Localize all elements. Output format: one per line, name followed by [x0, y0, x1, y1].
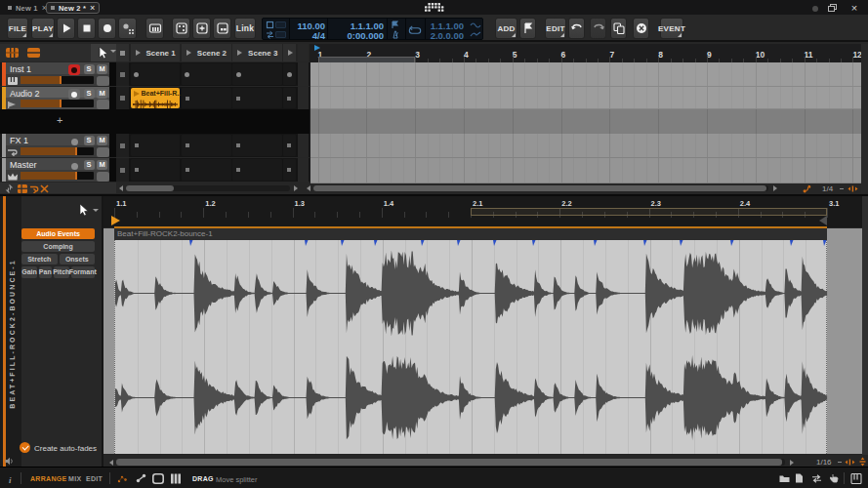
clip-slot[interactable]: [232, 63, 282, 85]
track-stop-button[interactable]: [120, 143, 125, 148]
editor-scroll-right-icon[interactable]: [790, 460, 794, 466]
mute-button[interactable]: M: [97, 89, 107, 99]
pointer-flag-icon[interactable]: [519, 18, 536, 39]
window-restore-button[interactable]: [828, 4, 837, 12]
track-menu-button[interactable]: [97, 172, 109, 182]
clip-stop-button[interactable]: [186, 97, 189, 101]
arranger-scroll-right-icon[interactable]: [773, 185, 777, 191]
clip-stop-button[interactable]: [236, 97, 240, 101]
solo-button[interactable]: S: [84, 64, 95, 74]
track-menu-button[interactable]: [97, 76, 109, 86]
loop-length-value[interactable]: 2.0.0.00: [425, 30, 464, 41]
link-cursor-icon[interactable]: [136, 473, 146, 483]
window-close-button[interactable]: ×: [848, 2, 860, 14]
waveform-display[interactable]: [115, 240, 828, 455]
volume-fader[interactable]: [21, 172, 94, 180]
solo-button[interactable]: S: [84, 89, 95, 99]
stop-all-clips-button[interactable]: [120, 51, 125, 56]
editor-tab-gain[interactable]: Gain: [21, 266, 37, 278]
scene-1[interactable]: Scene 1: [131, 44, 181, 61]
clip-stop-button[interactable]: [135, 143, 139, 147]
audio-event-body[interactable]: [114, 240, 827, 455]
mute-button[interactable]: M: [97, 136, 107, 145]
overdub-icon[interactable]: [118, 18, 137, 39]
browser-folder-icon[interactable]: [779, 474, 790, 483]
frame-icon[interactable]: [152, 473, 164, 484]
clip-play-icon[interactable]: [134, 91, 140, 97]
track-menu-button[interactable]: [97, 100, 109, 109]
arranger-lane-fx1[interactable]: [310, 134, 861, 158]
clip-stop-button[interactable]: [287, 168, 291, 172]
volume-fader-handle[interactable]: [60, 100, 62, 107]
clip-slot[interactable]: [232, 88, 282, 108]
metronome-icon[interactable]: [391, 30, 400, 39]
file-icon[interactable]: [795, 473, 804, 483]
record-button[interactable]: [98, 18, 116, 39]
editor-pointer-tool-icon[interactable]: [78, 203, 90, 217]
editor-scroll-left-icon[interactable]: [109, 460, 113, 466]
track-row-fx1[interactable]: FX 1SM: [0, 134, 116, 157]
launcher-view-toggle-icon[interactable]: [6, 48, 19, 58]
record-arm-button[interactable]: [71, 163, 78, 170]
clip-slot-partial[interactable]: [283, 63, 296, 85]
clip-slot[interactable]: [232, 159, 282, 181]
volume-fader-handle[interactable]: [60, 76, 62, 84]
arranger-lane-master[interactable]: [310, 158, 861, 183]
scene-options-icon[interactable]: [299, 49, 308, 57]
clip-slot[interactable]: [182, 63, 231, 85]
clip-stop-button[interactable]: [287, 97, 291, 101]
volume-fader[interactable]: [21, 147, 94, 155]
zoom-minus-icon[interactable]: [838, 462, 842, 463]
h-zoom-icon[interactable]: [847, 184, 858, 193]
project-tab-new1[interactable]: New 1 ×: [4, 2, 51, 14]
record-arm-button[interactable]: [71, 139, 78, 145]
tab-close-icon[interactable]: ×: [90, 4, 95, 12]
launcher-scroll-left-icon[interactable]: [119, 185, 123, 191]
piano-panel-icon[interactable]: [850, 473, 862, 484]
follow-playhead-icon[interactable]: [803, 184, 813, 193]
editor-tool-dropdown-icon[interactable]: [93, 209, 99, 212]
redo-icon[interactable]: [590, 18, 606, 39]
clip-stop-button[interactable]: [236, 143, 240, 147]
editor-zoom-grid-value[interactable]: 1/16: [816, 458, 832, 467]
scene-play-icon[interactable]: [288, 50, 293, 56]
clip-stop-button[interactable]: [236, 168, 240, 172]
track-stop-button[interactable]: [120, 96, 125, 101]
scene-4-partial[interactable]: [283, 44, 296, 61]
editor-tab-comping[interactable]: Comping: [21, 241, 95, 253]
v-zoom-icon[interactable]: [858, 457, 867, 467]
clip-stop-button[interactable]: [186, 168, 189, 172]
solo-button[interactable]: S: [84, 136, 95, 145]
scene-play-icon[interactable]: [186, 50, 191, 56]
close-panel-icon[interactable]: [40, 184, 49, 193]
track-name[interactable]: Master: [10, 160, 37, 170]
track-name[interactable]: FX 1: [10, 136, 28, 145]
arranger-lane-audio2[interactable]: [310, 87, 861, 110]
shuffle-icon[interactable]: [266, 30, 274, 39]
clip-stop-button[interactable]: [135, 168, 139, 172]
mute-button[interactable]: M: [97, 160, 107, 170]
slot-options-icon[interactable]: [299, 69, 308, 79]
event-menu-button[interactable]: EVENT: [660, 18, 683, 39]
editor-beat-ruler[interactable]: 1.11.21.31.42.12.22.32.43.1: [103, 196, 868, 227]
delete-icon[interactable]: [633, 18, 649, 39]
track-row-inst1[interactable]: Inst 1SM: [0, 62, 116, 86]
volume-fader[interactable]: [21, 100, 94, 107]
automation-icon[interactable]: [117, 473, 127, 483]
scene-2[interactable]: Scene 2: [182, 44, 231, 61]
editor-view-region-box[interactable]: [471, 208, 827, 216]
controller-display-icon[interactable]: [145, 18, 164, 39]
play-menu-button[interactable]: PLAY: [31, 18, 55, 39]
editor-loop-bar[interactable]: [114, 226, 827, 228]
auto-fades-checkbox[interactable]: [20, 442, 30, 453]
clip-slot-partial[interactable]: [283, 135, 296, 156]
view-tab-arrange[interactable]: ARRANGE: [30, 475, 67, 482]
punch-marker-icon[interactable]: [391, 20, 400, 29]
clip-stop-button[interactable]: [186, 143, 189, 147]
window-minimize-button[interactable]: [812, 6, 818, 12]
clip-slot[interactable]: [131, 135, 181, 156]
track-stop-button[interactable]: [120, 168, 125, 173]
add-view-icon[interactable]: [192, 18, 211, 39]
arranger-lane-inst1[interactable]: [310, 62, 861, 87]
info-icon[interactable]: i: [9, 475, 12, 485]
